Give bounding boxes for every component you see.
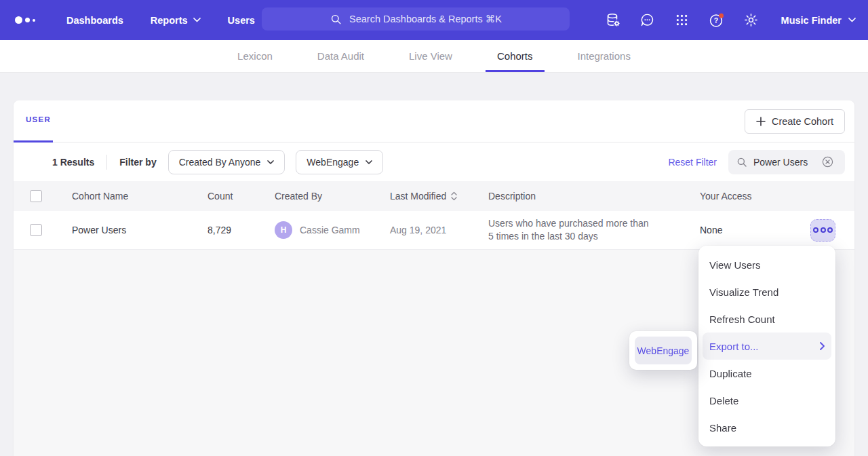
cohort-search-box xyxy=(728,150,845,174)
active-tab-underline xyxy=(14,140,53,142)
chevron-down-icon xyxy=(848,18,856,22)
workspace-switcher[interactable]: Music Finder xyxy=(781,15,856,26)
row-checkbox[interactable] xyxy=(30,224,42,236)
tab-data-audit[interactable]: Data Audit xyxy=(306,40,376,72)
column-header-created-by[interactable]: Created By xyxy=(275,191,390,202)
workspace-name: Music Finder xyxy=(781,15,842,26)
navbar-actions: ? Music Finder xyxy=(604,12,856,29)
column-header-cohort-name[interactable]: Cohort Name xyxy=(61,191,197,202)
created-by-filter-dropdown[interactable]: Created By Anyone xyxy=(168,150,285,174)
app-root: Dashboards Reports Users Search Dashboar… xyxy=(0,0,868,456)
description-cell: Users who have purchased more than 5 tim… xyxy=(488,217,692,243)
submenu-item-webengage[interactable]: WebEngage xyxy=(635,337,692,364)
created-by-cell: H Cassie Gamm xyxy=(275,221,390,239)
chevron-down-icon xyxy=(366,160,372,164)
chevron-right-icon xyxy=(820,342,825,350)
select-all-checkbox[interactable] xyxy=(30,190,42,202)
primary-nav: Dashboards Reports Users xyxy=(66,15,255,26)
webengage-filter-value: WebEngage xyxy=(307,157,359,168)
avatar: H xyxy=(275,221,292,239)
filter-by-label: Filter by xyxy=(119,157,156,168)
last-modified-label: Last Modified xyxy=(390,191,446,202)
cohort-search-input[interactable] xyxy=(753,157,816,168)
global-search[interactable]: Search Dashboards & Reports ⌘K xyxy=(262,7,570,31)
more-dot xyxy=(827,227,833,233)
page-body: USER Create Cohort 1 Results Filter by C… xyxy=(0,73,868,456)
access-value: None xyxy=(700,225,722,235)
your-access-cell: None xyxy=(692,219,854,242)
chevron-down-icon xyxy=(267,160,274,164)
create-cohort-button[interactable]: Create Cohort xyxy=(745,109,845,134)
sort-icon[interactable] xyxy=(451,191,457,201)
results-count: 1 Results xyxy=(52,157,94,168)
tab-lexicon[interactable]: Lexicon xyxy=(226,40,284,72)
chevron-down-icon xyxy=(193,18,201,22)
create-cohort-label: Create Cohort xyxy=(772,116,833,127)
column-header-description[interactable]: Description xyxy=(488,191,692,202)
divider xyxy=(106,155,107,170)
menu-item-duplicate[interactable]: Duplicate xyxy=(698,360,835,387)
apps-grid-icon[interactable] xyxy=(673,12,691,29)
tab-live-view[interactable]: Live View xyxy=(397,40,464,72)
your-access-label: Your Access xyxy=(700,191,752,202)
top-navbar: Dashboards Reports Users Search Dashboar… xyxy=(0,0,868,40)
plus-icon xyxy=(756,117,766,126)
chat-icon[interactable] xyxy=(639,12,656,29)
notification-dot xyxy=(719,13,724,18)
search-icon xyxy=(736,156,748,168)
creator-name: Cassie Gamm xyxy=(300,225,360,235)
table-header-row: Cohort Name Count Created By Last Modifi… xyxy=(14,181,854,211)
nav-reports[interactable]: Reports xyxy=(151,15,201,26)
reset-filter-link[interactable]: Reset Filter xyxy=(668,157,717,168)
column-header-last-modified[interactable]: Last Modified xyxy=(390,191,488,202)
tab-cohorts[interactable]: Cohorts xyxy=(486,40,545,72)
column-header-count[interactable]: Count xyxy=(197,191,275,202)
export-to-label: Export to... xyxy=(709,341,759,352)
cohort-name-cell[interactable]: Power Users xyxy=(61,225,197,235)
menu-item-view-users[interactable]: View Users xyxy=(698,251,835,278)
clear-search-icon[interactable] xyxy=(821,155,834,168)
mixpanel-logo-icon[interactable] xyxy=(15,16,50,24)
row-more-actions-button[interactable] xyxy=(810,219,835,242)
nav-users[interactable]: Users xyxy=(228,15,255,26)
menu-item-refresh-count[interactable]: Refresh Count xyxy=(698,305,835,332)
secondary-tabbar: Lexicon Data Audit Live View Cohorts Int… xyxy=(0,40,868,73)
tab-integrations[interactable]: Integrations xyxy=(566,40,642,72)
filter-bar-right: Reset Filter xyxy=(668,150,845,174)
created-by-filter-value: Created By Anyone xyxy=(179,157,261,168)
svg-text:?: ? xyxy=(713,16,717,24)
cohort-count-cell: 8,729 xyxy=(197,225,275,235)
filter-bar: 1 Results Filter by Created By Anyone We… xyxy=(14,142,854,181)
column-header-your-access[interactable]: Your Access xyxy=(692,191,854,202)
nav-dashboards[interactable]: Dashboards xyxy=(66,15,123,26)
cohorts-card-header: USER Create Cohort xyxy=(14,100,854,142)
menu-item-visualize-trend[interactable]: Visualize Trend xyxy=(698,278,835,305)
help-icon[interactable]: ? xyxy=(708,12,726,29)
table-row[interactable]: Power Users 8,729 H Cassie Gamm Aug 19, … xyxy=(14,211,854,250)
context-menu: View Users Visualize Trend Refresh Count… xyxy=(698,246,835,446)
last-modified-cell: Aug 19, 2021 xyxy=(390,225,488,235)
menu-item-share[interactable]: Share xyxy=(698,414,835,441)
settings-icon[interactable] xyxy=(743,12,760,29)
more-dot xyxy=(821,227,826,233)
export-submenu: WebEngage xyxy=(629,331,697,370)
menu-item-export-to[interactable]: Export to... xyxy=(703,332,831,360)
webengage-filter-dropdown[interactable]: WebEngage xyxy=(296,150,383,174)
global-search-placeholder: Search Dashboards & Reports ⌘K xyxy=(349,14,502,24)
more-dot xyxy=(813,227,818,233)
tab-user[interactable]: USER xyxy=(26,115,51,124)
search-icon xyxy=(330,13,342,26)
data-management-icon[interactable] xyxy=(604,12,622,29)
nav-reports-label: Reports xyxy=(151,15,188,26)
menu-item-delete[interactable]: Delete xyxy=(698,387,835,414)
